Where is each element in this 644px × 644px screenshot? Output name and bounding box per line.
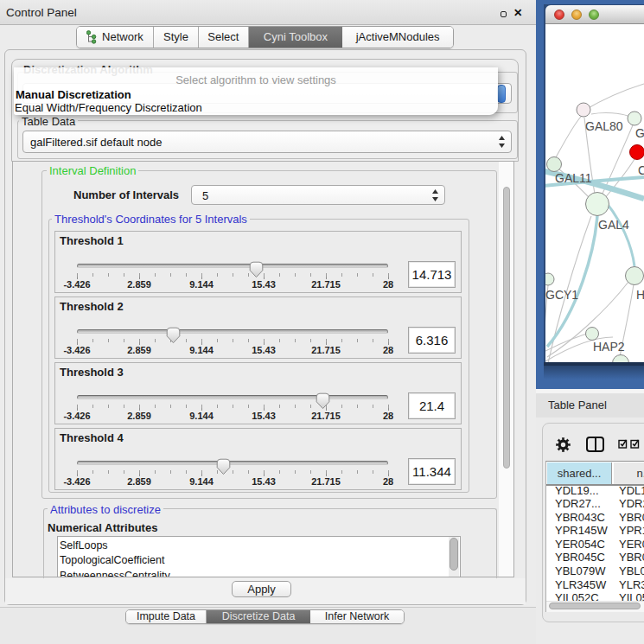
svg-text:C: C xyxy=(638,163,644,177)
svg-text:GAL4: GAL4 xyxy=(598,218,629,232)
svg-text:GAL11: GAL11 xyxy=(555,171,592,185)
svg-text:GAL80: GAL80 xyxy=(585,119,623,133)
svg-text:GAL: GAL xyxy=(635,126,644,140)
svg-text:GCY1: GCY1 xyxy=(545,288,578,302)
svg-text:H: H xyxy=(636,288,644,302)
svg-text:HAP2: HAP2 xyxy=(593,340,625,354)
